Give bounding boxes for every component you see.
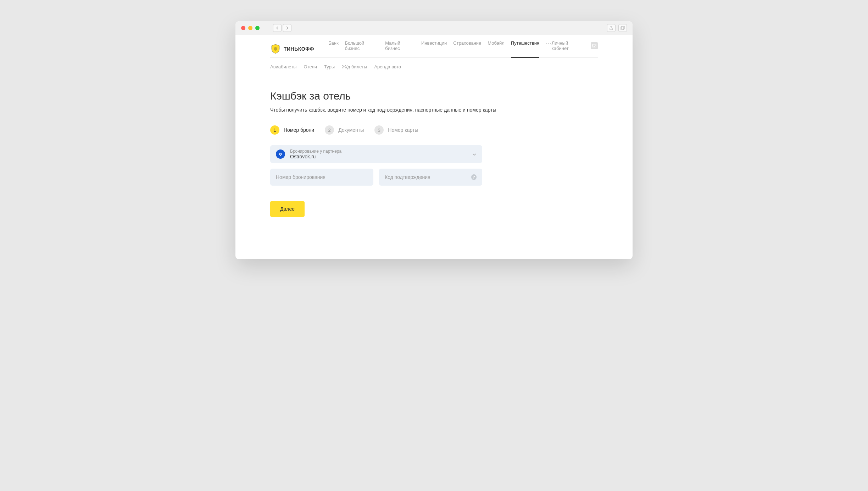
step-number: 1 [270,125,279,135]
chevron-left-icon [276,26,279,30]
page-subtitle: Чтобы получить кэшбэк, введите номер и к… [270,107,598,113]
step-documents[interactable]: 2 Документы [325,125,364,135]
brand-logo[interactable]: ТИНЬКОФФ [270,44,314,54]
partner-value: Ostrovok.ru [290,154,467,159]
step-number: 2 [325,125,334,135]
help-icon[interactable]: ? [471,174,477,180]
nav-bank[interactable]: Банк [328,40,339,57]
nav-travel[interactable]: Путешествия [511,40,539,57]
account-link[interactable]: Личный кабинет [552,40,586,57]
nav-mobile[interactable]: Мобайл [488,40,504,57]
minimize-window-button[interactable] [248,26,252,30]
maximize-window-button[interactable] [255,26,260,30]
confirmation-code-input[interactable] [385,174,471,180]
inbox-button[interactable] [591,42,598,49]
partner-logo-icon [276,149,285,159]
titlebar [235,21,633,35]
subnav-trains[interactable]: Ж/д билеты [342,64,367,69]
share-button[interactable] [607,24,616,32]
tabs-icon [621,26,625,30]
subnav-hotels[interactable]: Отели [304,64,317,69]
main-nav: Банк Большой бизнес Малый бизнес Инвести… [328,40,552,57]
page-title: Кэшбэк за отель [270,90,598,102]
booking-number-field[interactable] [270,169,373,186]
right-nav: Личный кабинет [552,40,598,57]
page-content: ТИНЬКОФФ Банк Большой бизнес Малый бизне… [235,35,633,259]
subnav-tours[interactable]: Туры [324,64,335,69]
stepper: 1 Номер брони 2 Документы 3 Номер карты [270,125,598,135]
subnav-car-rental[interactable]: Аренда авто [374,64,401,69]
top-navigation: ТИНЬКОФФ Банк Большой бизнес Малый бизне… [270,35,598,58]
chevron-down-icon [472,151,477,157]
sub-navigation: Авиабилеты Отели Туры Ж/д билеты Аренда … [270,58,598,76]
share-icon [609,26,613,30]
partner-select[interactable]: Бронирование у партнера Ostrovok.ru [270,145,482,163]
partner-text: Бронирование у партнера Ostrovok.ru [290,149,467,159]
titlebar-right [607,24,627,32]
subnav-flights[interactable]: Авиабилеты [270,64,296,69]
forward-button[interactable] [283,24,291,32]
step-card-number[interactable]: 3 Номер карты [374,125,418,135]
svg-rect-6 [280,155,281,156]
partner-field-label: Бронирование у партнера [290,149,467,154]
booking-number-input[interactable] [276,174,368,180]
tabs-button[interactable] [618,24,627,32]
form: Бронирование у партнера Ostrovok.ru ? [270,145,482,217]
next-button[interactable]: Далее [270,201,305,217]
inbox-icon [592,44,596,47]
traffic-lights [241,26,260,30]
svg-rect-1 [622,26,624,29]
nav-small-business[interactable]: Малый бизнес [385,40,415,57]
page-body: Кэшбэк за отель Чтобы получить кэшбэк, в… [270,76,598,259]
svg-point-2 [274,47,277,51]
nav-investments[interactable]: Инвестиции [421,40,447,57]
nav-more[interactable]: ··· [546,40,552,57]
back-button[interactable] [273,24,282,32]
step-number: 3 [374,125,384,135]
close-window-button[interactable] [241,26,245,30]
step-booking-number[interactable]: 1 Номер брони [270,125,314,135]
svg-rect-0 [621,27,624,30]
svg-point-5 [280,153,281,155]
confirmation-code-field[interactable]: ? [379,169,482,186]
browser-nav-buttons [273,24,291,32]
shield-icon [270,44,281,54]
step-label: Номер карты [388,127,418,133]
nav-insurance[interactable]: Страхование [453,40,481,57]
inputs-row: ? [270,169,482,186]
nav-big-business[interactable]: Большой бизнес [345,40,379,57]
browser-window: ТИНЬКОФФ Банк Большой бизнес Малый бизне… [235,21,633,259]
step-label: Номер брони [284,127,314,133]
brand-name: ТИНЬКОФФ [284,46,314,52]
chevron-right-icon [286,26,289,30]
step-label: Документы [338,127,364,133]
